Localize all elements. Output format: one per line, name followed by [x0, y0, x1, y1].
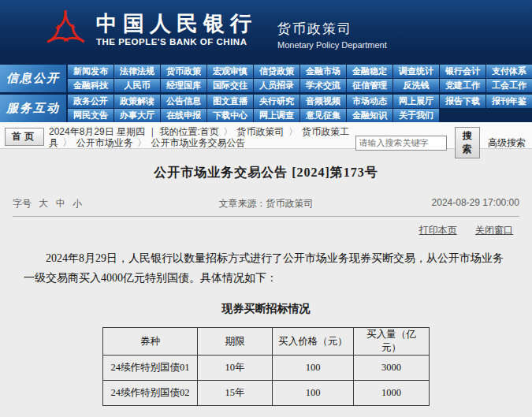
advanced-search-link[interactable]: 高级搜索 — [488, 136, 526, 150]
col-header-amount: 买入量（亿元） — [354, 328, 430, 356]
cell-amount: 3000 — [354, 356, 430, 381]
nav-group-info: 信息公开 新闻发布 法律法规 货币政策 宏观审慎 信贷政策 金融市场 金融稳定 … — [0, 65, 532, 92]
nav-grid-service: 政务公开 政策解读 公告信息 图文直播 央行研究 音频视频 市场动态 网上展厅 … — [68, 95, 532, 122]
main-nav: 信息公开 新闻发布 法律法规 货币政策 宏观审慎 信贷政策 金融市场 金融稳定 … — [0, 59, 532, 122]
crumb-separator: 〉 — [221, 126, 234, 137]
col-header-bond: 券种 — [103, 328, 198, 356]
breadcrumb: 2024年8月29日 星期四 ｜ 我的位置:首页 〉 货币政策司 〉 货币政策工… — [49, 126, 355, 148]
col-header-price: 买入价格（元） — [273, 328, 354, 356]
nav-item[interactable]: 征信管理 — [347, 79, 392, 92]
crumb-separator: 〉 — [136, 137, 148, 148]
pboc-logo-icon: 人 人 人 — [46, 10, 85, 50]
nav-item[interactable]: 调查统计 — [393, 65, 439, 78]
nav-item[interactable]: 办事大厅 — [114, 109, 160, 122]
close-window-link[interactable]: 关闭窗口 — [475, 225, 513, 236]
nav-item[interactable]: 国际交往 — [207, 79, 253, 92]
nav-item[interactable]: 政策解读 — [114, 95, 160, 108]
breadcrumb-item-announcements[interactable]: 公开市场业务交易公告 — [151, 137, 245, 148]
page-title: 公开市场业务交易公告 [2024]第173号 — [0, 165, 532, 181]
search-input[interactable] — [355, 136, 447, 151]
bank-title-block: 中国人民银行 THE PEOPLE'S BANK OF CHINA — [96, 13, 257, 47]
bond-auction-table: 券种 期限 买入价格（元） 买入量（亿元） 24续作特别国债01 10年 100… — [102, 327, 430, 406]
crumb-divider: ｜ — [147, 126, 157, 137]
nav-group-service: 服务互动 政务公开 政策解读 公告信息 图文直播 央行研究 音频视频 市场动态 … — [0, 95, 532, 122]
nav-item[interactable]: 报告下载 — [440, 95, 485, 108]
nav-item[interactable]: 宏观审慎 — [207, 65, 253, 78]
nav-item[interactable]: 金融科技 — [68, 79, 113, 92]
nav-item[interactable]: 报刊年鉴 — [486, 95, 532, 108]
nav-item[interactable]: 党建工作 — [440, 79, 485, 92]
font-size-large[interactable]: 大 — [39, 198, 48, 209]
table-row: 24续作特别国债02 15年 100 1000 — [103, 381, 430, 406]
department-name-en: Monetary Policy Department — [277, 40, 387, 50]
nav-item[interactable]: 央行研究 — [254, 95, 299, 108]
article-source: 文章来源：货币政策司 — [165, 197, 367, 210]
nav-item[interactable]: 货币政策 — [161, 65, 206, 78]
site-header: 人 人 人 中国人民银行 THE PEOPLE'S BANK OF CHINA … — [0, 0, 532, 59]
nav-grid-info: 新闻发布 法律法规 货币政策 宏观审慎 信贷政策 金融市场 金融稳定 调查统计 … — [68, 65, 532, 92]
nav-item[interactable]: 关于我们 — [393, 109, 439, 122]
nav-item[interactable]: 人民币 — [114, 79, 160, 92]
article-tools: 打印本页 关闭窗口 — [0, 217, 532, 237]
cell-bond-name: 24续作特别国债01 — [103, 356, 198, 381]
nav-item[interactable]: 金融稳定 — [347, 65, 392, 78]
crumb-separator: 〉 — [287, 126, 299, 137]
source-value: 货币政策司 — [266, 198, 313, 209]
department-block: 货币政策司 Monetary Policy Department — [277, 10, 387, 50]
nav-item[interactable]: 市场动态 — [347, 95, 392, 108]
nav-item[interactable]: 支付体系 — [486, 65, 532, 78]
font-size-label: 字号 — [13, 198, 32, 209]
article-meta-row: 字号 大 中 小 文章来源：货币政策司 2024-08-29 17:00:00 — [13, 197, 519, 217]
home-button[interactable]: 首页 — [5, 128, 44, 146]
nav-item[interactable]: 网上调查 — [254, 109, 299, 122]
table-header-row: 券种 期限 买入价格（元） 买入量（亿元） — [103, 328, 430, 356]
nav-item[interactable]: 网民文告 — [68, 109, 113, 122]
publish-datetime: 2024-08-29 17:00:00 — [367, 197, 519, 210]
cell-price: 100 — [273, 381, 354, 406]
bank-name-en: THE PEOPLE'S BANK OF CHINA — [96, 37, 257, 47]
cell-amount: 1000 — [354, 381, 430, 406]
font-size-small[interactable]: 小 — [73, 198, 82, 209]
print-page-link[interactable]: 打印本页 — [419, 225, 457, 236]
nav-item[interactable]: 金融市场 — [300, 65, 346, 78]
font-size-selector: 字号 大 中 小 — [13, 197, 165, 210]
nav-item[interactable]: 反洗钱 — [393, 79, 439, 92]
cell-price: 100 — [273, 356, 354, 381]
nav-group-label-info[interactable]: 信息公开 — [0, 65, 66, 92]
nav-item[interactable]: 信贷政策 — [254, 65, 299, 78]
nav-item[interactable]: 音频视频 — [300, 95, 346, 108]
nav-item[interactable]: 银行会计 — [440, 65, 485, 78]
nav-item[interactable]: 图文直播 — [207, 95, 253, 108]
nav-item[interactable]: 公告信息 — [161, 95, 206, 108]
search-zone: 搜索 高级搜索 — [355, 127, 526, 158]
nav-item[interactable]: 政务公开 — [68, 95, 113, 108]
nav-item[interactable]: 新闻发布 — [68, 65, 113, 78]
table-title: 现券买断招标情况 — [0, 302, 532, 316]
font-size-medium[interactable]: 中 — [56, 198, 65, 209]
crumb-separator: 〉 — [61, 137, 73, 148]
cell-term: 10年 — [198, 356, 273, 381]
nav-item[interactable]: 下载中心 — [207, 109, 253, 122]
nav-item[interactable]: 人员招录 — [254, 79, 299, 92]
cell-bond-name: 24续作特别国债02 — [103, 381, 198, 406]
article-paragraph: 2024年8月29日，人民银行以数量招标方式进行了公开市场业务现券买断交易，从公… — [24, 248, 508, 288]
nav-group-label-service[interactable]: 服务互动 — [0, 95, 66, 122]
cell-term: 15年 — [198, 381, 273, 406]
nav-item[interactable]: 意见征集 — [300, 109, 346, 122]
bank-name-cn: 中国人民银行 — [96, 13, 257, 36]
table-row: 24续作特别国债01 10年 100 3000 — [103, 356, 430, 381]
col-header-term: 期限 — [198, 328, 273, 356]
article-content: 公开市场业务交易公告 [2024]第173号 字号 大 中 小 文章来源：货币政… — [0, 149, 532, 417]
breadcrumb-item-omo[interactable]: 公开市场业务 — [76, 137, 133, 148]
breadcrumb-item-dept[interactable]: 货币政策司 — [237, 126, 285, 137]
location-prefix: 我的位置: — [160, 126, 200, 137]
breadcrumb-item-home[interactable]: 首页 — [200, 126, 219, 137]
nav-item[interactable]: 学术交流 — [300, 79, 346, 92]
nav-item[interactable]: 法律法规 — [114, 65, 160, 78]
nav-item[interactable]: 经理国库 — [161, 79, 206, 92]
nav-item[interactable]: 在线申报 — [161, 109, 206, 122]
nav-item[interactable]: 网上展厅 — [393, 95, 439, 108]
search-button[interactable]: 搜索 — [455, 127, 480, 158]
nav-item[interactable]: 金融知识 — [347, 109, 392, 122]
nav-item[interactable]: 工会工作 — [486, 79, 532, 92]
